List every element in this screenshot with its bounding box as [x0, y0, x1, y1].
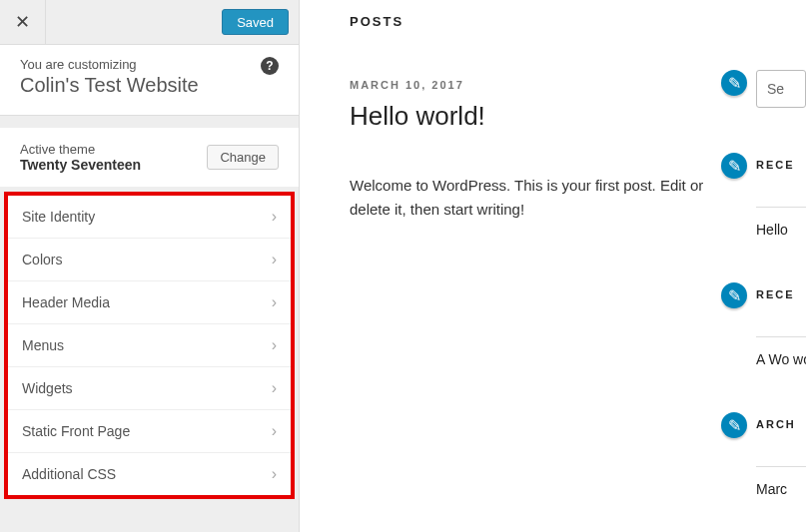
- panel-label: Static Front Page: [22, 423, 130, 439]
- pencil-icon: ✎: [728, 286, 741, 305]
- chevron-right-icon: ›: [272, 293, 277, 311]
- panel-colors[interactable]: Colors ›: [8, 239, 291, 281]
- active-theme-name: Twenty Seventeen: [20, 157, 141, 173]
- search-input[interactable]: Se: [756, 70, 806, 108]
- pencil-icon: ✎: [728, 74, 741, 93]
- search-widget: ✎ Se: [756, 70, 806, 108]
- panel-label: Menus: [22, 337, 64, 353]
- chevron-right-icon: ›: [272, 422, 277, 440]
- close-button[interactable]: ✕: [0, 0, 46, 44]
- panel-label: Header Media: [22, 294, 110, 310]
- edit-widget-button[interactable]: ✎: [721, 412, 747, 438]
- panel-site-identity[interactable]: Site Identity ›: [8, 196, 291, 239]
- panel-label: Site Identity: [22, 209, 95, 225]
- panel-additional-css[interactable]: Additional CSS ›: [8, 453, 291, 495]
- close-icon: ✕: [15, 11, 30, 33]
- help-icon[interactable]: ?: [261, 57, 279, 75]
- panel-widgets[interactable]: Widgets ›: [8, 367, 291, 410]
- active-theme-label: Active theme: [20, 142, 141, 157]
- chevron-right-icon: ›: [272, 251, 277, 268]
- edit-widget-button[interactable]: ✎: [721, 282, 747, 308]
- widget-title: RECE: [756, 159, 806, 183]
- edit-widget-button[interactable]: ✎: [721, 153, 747, 179]
- widget-area: ✎ Se ✎ RECE Hello ✎ RECE A Wo world ✎ AR…: [756, 70, 806, 532]
- post: MARCH 10, 2017 Hello world! Welcome to W…: [350, 79, 806, 222]
- chevron-right-icon: ›: [272, 379, 277, 397]
- chevron-right-icon: ›: [272, 336, 277, 354]
- panel-label: Additional CSS: [22, 466, 116, 482]
- pencil-icon: ✎: [728, 416, 741, 435]
- customizing-header: You are customizing Colin's Test Website…: [0, 45, 299, 116]
- panel-header-media[interactable]: Header Media ›: [8, 281, 291, 324]
- chevron-right-icon: ›: [272, 208, 277, 226]
- search-placeholder: Se: [767, 81, 784, 97]
- chevron-right-icon: ›: [272, 465, 277, 483]
- active-theme-row: Active theme Twenty Seventeen Change: [0, 128, 299, 188]
- panel-label: Widgets: [22, 380, 73, 396]
- panel-menus[interactable]: Menus ›: [8, 324, 291, 367]
- widget-title: ARCH: [756, 418, 806, 442]
- pencil-icon: ✎: [728, 157, 741, 176]
- recent-comment-link[interactable]: A Wo world: [756, 336, 806, 367]
- post-title[interactable]: Hello world!: [350, 101, 806, 132]
- topbar-spacer: [46, 0, 212, 44]
- customizing-label: You are customizing: [20, 57, 279, 72]
- archives-widget: ✎ ARCH Marc: [756, 412, 806, 497]
- customizer-topbar: ✕ Saved: [0, 0, 299, 45]
- panel-label: Colors: [22, 252, 62, 267]
- edit-widget-button[interactable]: ✎: [721, 70, 747, 96]
- widget-title: RECE: [756, 288, 806, 312]
- change-theme-button[interactable]: Change: [207, 145, 279, 170]
- recent-posts-widget: ✎ RECE Hello: [756, 153, 806, 238]
- recent-comments-widget: ✎ RECE A Wo world: [756, 282, 806, 367]
- recent-post-link[interactable]: Hello: [756, 207, 806, 238]
- customizer-panels: Site Identity › Colors › Header Media › …: [4, 192, 295, 499]
- post-body: Welcome to WordPress. This is your first…: [350, 174, 719, 222]
- panel-static-front-page[interactable]: Static Front Page ›: [8, 410, 291, 453]
- site-title: Colin's Test Website: [20, 74, 279, 97]
- customizer-sidebar: ✕ Saved You are customizing Colin's Test…: [0, 0, 300, 532]
- saved-button[interactable]: Saved: [222, 9, 289, 35]
- theme-preview: POSTS MARCH 10, 2017 Hello world! Welcom…: [300, 0, 806, 532]
- archive-link[interactable]: Marc: [756, 466, 806, 497]
- posts-heading: POSTS: [350, 14, 806, 29]
